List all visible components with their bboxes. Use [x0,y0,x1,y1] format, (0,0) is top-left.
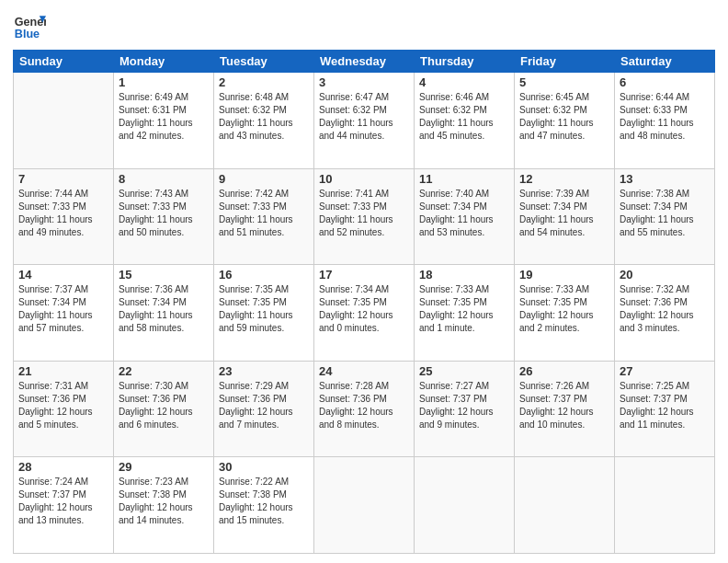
calendar-cell: 26Sunrise: 7:26 AM Sunset: 7:37 PM Dayli… [515,361,615,457]
day-number: 1 [119,75,209,89]
calendar-cell: 22Sunrise: 7:30 AM Sunset: 7:36 PM Dayli… [114,361,214,457]
day-info: Sunrise: 7:40 AM Sunset: 7:34 PM Dayligh… [419,188,509,239]
day-info: Sunrise: 7:22 AM Sunset: 7:38 PM Dayligh… [219,476,309,527]
calendar-cell: 21Sunrise: 7:31 AM Sunset: 7:36 PM Dayli… [14,361,114,457]
calendar-header-row: SundayMondayTuesdayWednesdayThursdayFrid… [14,51,715,73]
day-number: 23 [219,364,309,378]
day-number: 30 [219,460,309,474]
svg-text:Blue: Blue [15,28,40,40]
day-number: 12 [519,172,609,186]
day-info: Sunrise: 7:37 AM Sunset: 7:34 PM Dayligh… [18,283,108,335]
calendar-cell: 8Sunrise: 7:43 AM Sunset: 7:33 PM Daylig… [114,168,214,265]
day-number: 16 [219,268,309,282]
day-info: Sunrise: 7:35 AM Sunset: 7:35 PM Dayligh… [219,283,309,335]
calendar-cell: 9Sunrise: 7:42 AM Sunset: 7:33 PM Daylig… [214,168,314,265]
day-number: 21 [18,364,108,378]
header-cell-sunday: Sunday [14,51,114,73]
day-number: 6 [620,75,710,89]
day-number: 7 [18,172,108,186]
day-info: Sunrise: 6:44 AM Sunset: 6:33 PM Dayligh… [620,91,710,143]
calendar-cell: 6Sunrise: 6:44 AM Sunset: 6:33 PM Daylig… [615,73,715,169]
day-number: 24 [319,364,409,378]
calendar-cell: 24Sunrise: 7:28 AM Sunset: 7:36 PM Dayli… [314,361,415,457]
day-number: 22 [119,364,209,378]
day-number: 4 [419,75,509,89]
day-number: 19 [519,268,609,282]
day-number: 20 [620,268,710,282]
day-info: Sunrise: 7:29 AM Sunset: 7:36 PM Dayligh… [219,380,309,431]
day-info: Sunrise: 7:36 AM Sunset: 7:34 PM Dayligh… [119,283,209,335]
calendar-cell [415,457,515,554]
calendar-week-5: 28Sunrise: 7:24 AM Sunset: 7:37 PM Dayli… [14,457,715,554]
calendar-cell: 11Sunrise: 7:40 AM Sunset: 7:34 PM Dayli… [415,168,515,265]
calendar-cell: 5Sunrise: 6:45 AM Sunset: 6:32 PM Daylig… [515,73,615,169]
day-info: Sunrise: 7:43 AM Sunset: 7:33 PM Dayligh… [119,188,209,239]
header-cell-tuesday: Tuesday [214,51,314,73]
day-info: Sunrise: 7:38 AM Sunset: 7:34 PM Dayligh… [620,188,710,239]
day-info: Sunrise: 7:34 AM Sunset: 7:35 PM Dayligh… [319,283,409,335]
day-number: 29 [119,460,209,474]
day-info: Sunrise: 7:30 AM Sunset: 7:36 PM Dayligh… [119,380,209,431]
calendar-cell: 25Sunrise: 7:27 AM Sunset: 7:37 PM Dayli… [415,361,515,457]
calendar-cell [14,73,114,169]
day-info: Sunrise: 7:44 AM Sunset: 7:33 PM Dayligh… [18,188,108,239]
day-number: 28 [18,460,108,474]
page-container: General Blue SundayMondayTuesdayWednesda… [0,0,728,563]
day-info: Sunrise: 7:23 AM Sunset: 7:38 PM Dayligh… [119,476,209,527]
calendar-cell: 18Sunrise: 7:33 AM Sunset: 7:35 PM Dayli… [415,265,515,362]
day-info: Sunrise: 7:32 AM Sunset: 7:36 PM Dayligh… [620,283,710,335]
day-info: Sunrise: 7:33 AM Sunset: 7:35 PM Dayligh… [519,283,609,335]
calendar-cell: 10Sunrise: 7:41 AM Sunset: 7:33 PM Dayli… [314,168,415,265]
day-number: 18 [419,268,509,282]
day-number: 11 [419,172,509,186]
calendar-cell: 7Sunrise: 7:44 AM Sunset: 7:33 PM Daylig… [14,168,114,265]
calendar-cell: 15Sunrise: 7:36 AM Sunset: 7:34 PM Dayli… [114,265,214,362]
day-number: 9 [219,172,309,186]
calendar-table: SundayMondayTuesdayWednesdayThursdayFrid… [13,50,715,554]
day-number: 13 [620,172,710,186]
day-info: Sunrise: 6:45 AM Sunset: 6:32 PM Dayligh… [519,91,609,143]
day-info: Sunrise: 7:31 AM Sunset: 7:36 PM Dayligh… [18,380,108,431]
day-number: 25 [419,364,509,378]
calendar-body: 1Sunrise: 6:49 AM Sunset: 6:31 PM Daylig… [14,73,715,554]
day-info: Sunrise: 7:33 AM Sunset: 7:35 PM Dayligh… [419,283,509,335]
calendar-cell: 3Sunrise: 6:47 AM Sunset: 6:32 PM Daylig… [314,73,415,169]
header-cell-wednesday: Wednesday [314,51,415,73]
calendar-cell [515,457,615,554]
calendar-cell: 23Sunrise: 7:29 AM Sunset: 7:36 PM Dayli… [214,361,314,457]
day-info: Sunrise: 7:24 AM Sunset: 7:37 PM Dayligh… [18,476,108,527]
calendar-cell [314,457,415,554]
calendar-cell: 17Sunrise: 7:34 AM Sunset: 7:35 PM Dayli… [314,265,415,362]
day-info: Sunrise: 6:48 AM Sunset: 6:32 PM Dayligh… [219,91,309,143]
header-cell-monday: Monday [114,51,214,73]
day-info: Sunrise: 7:27 AM Sunset: 7:37 PM Dayligh… [419,380,509,431]
day-number: 17 [319,268,409,282]
calendar-cell: 1Sunrise: 6:49 AM Sunset: 6:31 PM Daylig… [114,73,214,169]
logo-icon: General Blue [13,9,46,42]
day-info: Sunrise: 6:49 AM Sunset: 6:31 PM Dayligh… [119,91,209,143]
calendar-cell: 16Sunrise: 7:35 AM Sunset: 7:35 PM Dayli… [214,265,314,362]
calendar-week-3: 14Sunrise: 7:37 AM Sunset: 7:34 PM Dayli… [14,265,715,362]
day-number: 15 [119,268,209,282]
calendar-cell: 14Sunrise: 7:37 AM Sunset: 7:34 PM Dayli… [14,265,114,362]
day-info: Sunrise: 7:25 AM Sunset: 7:37 PM Dayligh… [620,380,710,431]
day-number: 8 [119,172,209,186]
day-info: Sunrise: 7:41 AM Sunset: 7:33 PM Dayligh… [319,188,409,239]
day-number: 2 [219,75,309,89]
day-number: 14 [18,268,108,282]
day-number: 26 [519,364,609,378]
day-number: 27 [620,364,710,378]
calendar-cell: 28Sunrise: 7:24 AM Sunset: 7:37 PM Dayli… [14,457,114,554]
calendar-cell: 29Sunrise: 7:23 AM Sunset: 7:38 PM Dayli… [114,457,214,554]
day-number: 3 [319,75,409,89]
calendar-cell [615,457,715,554]
day-info: Sunrise: 7:26 AM Sunset: 7:37 PM Dayligh… [519,380,609,431]
calendar-week-4: 21Sunrise: 7:31 AM Sunset: 7:36 PM Dayli… [14,361,715,457]
day-info: Sunrise: 7:42 AM Sunset: 7:33 PM Dayligh… [219,188,309,239]
day-info: Sunrise: 6:47 AM Sunset: 6:32 PM Dayligh… [319,91,409,143]
calendar-cell: 30Sunrise: 7:22 AM Sunset: 7:38 PM Dayli… [214,457,314,554]
logo: General Blue [13,9,50,42]
header-cell-friday: Friday [515,51,615,73]
day-info: Sunrise: 6:46 AM Sunset: 6:32 PM Dayligh… [419,91,509,143]
calendar-cell: 27Sunrise: 7:25 AM Sunset: 7:37 PM Dayli… [615,361,715,457]
